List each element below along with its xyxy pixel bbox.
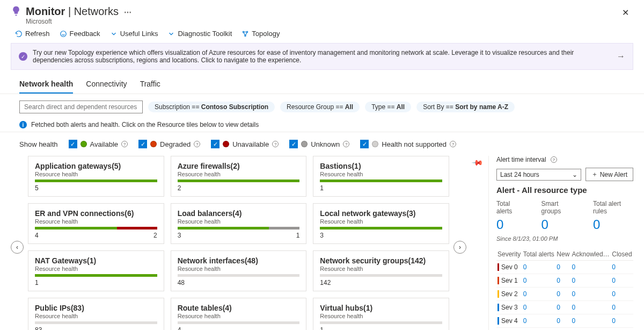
interval-help-icon[interactable]: ? (551, 156, 557, 163)
severity-row[interactable]: Sev 0 0 0 0 0 (496, 261, 633, 274)
severity-row[interactable]: Sev 4 0 0 0 0 (496, 314, 633, 328)
banner-text: Try our new Topology experience which of… (33, 49, 611, 64)
card-title: Azure firewalls(2) (178, 162, 300, 170)
resource-card[interactable]: Azure firewalls(2) Resource health 2 (171, 156, 307, 197)
card-counts: 48 (178, 279, 300, 286)
filter-type[interactable]: Type == All (365, 102, 411, 112)
card-subtitle: Resource health (35, 266, 157, 272)
filter-subscription[interactable]: Subscription == Contoso Subscription (148, 102, 275, 112)
card-subtitle: Resource health (178, 218, 300, 225)
card-subtitle: Resource health (178, 171, 300, 177)
topology-banner[interactable]: Try our new Topology experience which of… (11, 43, 633, 70)
severity-row[interactable]: Sev 2 0 0 0 0 (496, 288, 633, 301)
card-subtitle: Resource health (320, 266, 442, 272)
health-unavailable[interactable]: ✓Unavailable? (211, 140, 279, 148)
card-title: Local network gateways(3) (320, 209, 442, 218)
card-title: NAT Gateways(1) (35, 256, 157, 265)
new-alert-button[interactable]: ＋New Alert (586, 168, 633, 181)
refresh-button[interactable]: Refresh (15, 30, 50, 38)
carousel-prev-button[interactable]: ‹ (11, 241, 24, 254)
severity-row[interactable]: Sev 1 0 0 0 0 (496, 274, 633, 288)
resource-card[interactable]: Virtual hubs(1) Resource health 1 (313, 298, 449, 330)
resource-card[interactable]: Network security groups(142) Resource he… (313, 250, 449, 291)
total-rules-value[interactable]: 0 (593, 217, 633, 232)
health-bar (178, 274, 300, 277)
card-counts: 31 (178, 232, 300, 239)
pin-icon[interactable]: 📌 (471, 156, 484, 168)
command-bar: Refresh Feedback Useful Links Diagnostic… (0, 28, 644, 43)
health-not-supported[interactable]: ✓Health not supported? (360, 140, 456, 148)
card-counts: 5 (35, 184, 157, 192)
health-available[interactable]: ✓Available? (69, 140, 128, 148)
more-dots-icon[interactable]: ⋯ (122, 8, 134, 17)
resource-card[interactable]: Route tables(4) Resource health 4 (171, 298, 307, 330)
svg-point-3 (245, 35, 246, 36)
feedback-button[interactable]: Feedback (60, 30, 100, 38)
card-counts: 1 (320, 184, 442, 192)
plus-icon: ＋ (591, 170, 598, 179)
health-bar (35, 227, 157, 229)
alerts-panel: Alert time interval ? Last 24 hours⌄ ＋Ne… (488, 156, 633, 330)
card-subtitle: Resource health (178, 266, 300, 272)
health-bar (35, 180, 157, 182)
svg-point-2 (247, 31, 248, 32)
card-counts: 1 (320, 326, 442, 330)
banner-arrow-icon: → (617, 52, 625, 61)
health-bar (320, 274, 442, 277)
card-title: Network interfaces(48) (178, 256, 300, 265)
card-counts: 3 (320, 232, 442, 239)
total-alerts-value[interactable]: 0 (496, 217, 525, 232)
resource-card[interactable]: Public IPs(83) Resource health 83 (28, 298, 164, 330)
card-subtitle: Resource health (320, 313, 442, 319)
card-title: Application gateways(5) (35, 162, 157, 170)
filter-row: Subscription == Contoso Subscription Res… (0, 94, 644, 118)
page-header: Monitor | Networks ⋯ Microsoft ✕ (0, 0, 644, 28)
resource-card[interactable]: NAT Gateways(1) Resource health 1 (28, 250, 164, 291)
page-subtitle: Microsoft (26, 18, 134, 25)
card-title: ER and VPN connections(6) (35, 209, 157, 218)
show-health-label: Show health (19, 140, 58, 148)
health-degraded[interactable]: ✓Degraded? (138, 140, 200, 148)
interval-dropdown[interactable]: Last 24 hours⌄ (496, 169, 581, 181)
health-bar (320, 321, 442, 324)
card-subtitle: Resource health (35, 218, 157, 225)
chevron-down-icon: ⌄ (572, 171, 577, 178)
health-unknown[interactable]: ✓Unknown? (289, 140, 349, 148)
card-counts: 42 (35, 232, 157, 239)
svg-point-1 (243, 31, 244, 32)
severity-row[interactable]: Sev 3 0 0 0 0 (496, 301, 633, 314)
useful-links-button[interactable]: Useful Links (110, 30, 158, 38)
resource-card[interactable]: Load balancers(4) Resource health 31 (171, 203, 307, 244)
search-input[interactable] (19, 101, 143, 113)
close-button[interactable]: ✕ (618, 5, 633, 20)
card-title: Load balancers(4) (178, 209, 300, 218)
resource-card[interactable]: Local network gateways(3) Resource healt… (313, 203, 449, 244)
card-title: Route tables(4) (178, 304, 300, 312)
resource-card[interactable]: Application gateways(5) Resource health … (28, 156, 164, 197)
severity-table: Severity Total alerts New Acknowled… Clo… (496, 248, 633, 328)
card-counts: 1 (35, 279, 157, 286)
resource-card[interactable]: Bastions(1) Resource health 1 (313, 156, 449, 197)
card-subtitle: Resource health (35, 313, 157, 319)
resource-card[interactable]: ER and VPN connections(6) Resource healt… (28, 203, 164, 244)
interval-label: Alert time interval (496, 156, 546, 163)
since-text: Since 8/1/23, 01:00 PM (496, 235, 633, 242)
insights-bulb-icon (11, 5, 21, 18)
diagnostic-toolkit-button[interactable]: Diagnostic Toolkit (167, 30, 232, 38)
info-text: Fetched both alerts and health. Click on… (31, 121, 259, 128)
smart-groups-value[interactable]: 0 (541, 217, 577, 232)
resource-card[interactable]: Network interfaces(48) Resource health 4… (171, 250, 307, 291)
card-title: Bastions(1) (320, 162, 442, 170)
carousel-next-button[interactable]: › (453, 241, 466, 254)
health-bar (320, 180, 442, 182)
health-bar (35, 274, 157, 277)
tab-traffic[interactable]: Traffic (140, 80, 160, 94)
health-bar (178, 321, 300, 324)
card-counts: 83 (35, 326, 157, 330)
filter-sort[interactable]: Sort By == Sort by name A-Z (416, 102, 515, 112)
tab-network-health[interactable]: Network health (19, 80, 73, 94)
health-bar (35, 321, 157, 324)
tab-connectivity[interactable]: Connectivity (86, 80, 127, 94)
topology-button[interactable]: Topology (241, 30, 280, 38)
filter-resource-group[interactable]: Resource Group == All (280, 102, 360, 112)
